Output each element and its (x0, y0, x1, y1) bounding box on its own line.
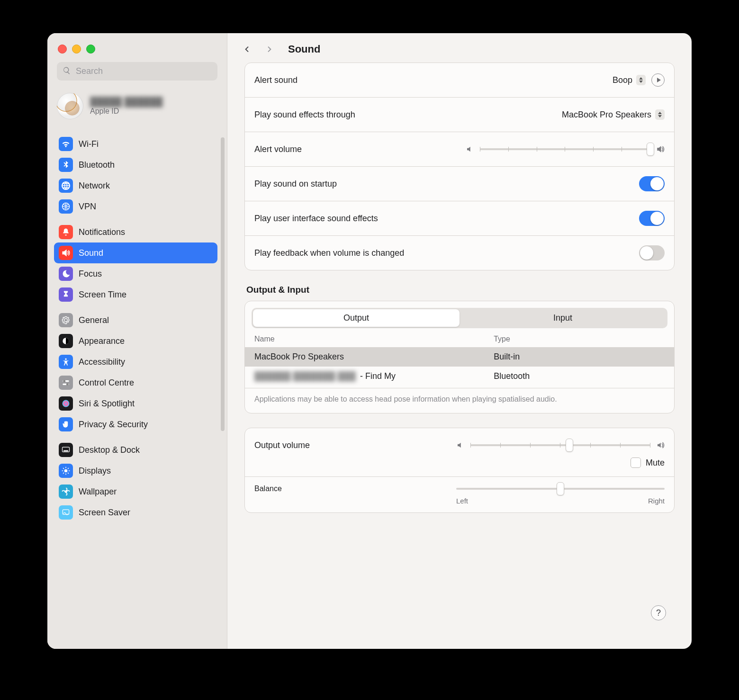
alert-volume-label: Alert volume (254, 144, 302, 154)
svg-point-11 (64, 469, 68, 473)
chevron-up-down-icon (655, 109, 665, 120)
balance-label: Balance (254, 485, 282, 493)
col-type-header: Type (494, 335, 665, 343)
svg-point-6 (63, 380, 65, 382)
sidebar-item-screensaver[interactable]: Screen Saver (54, 502, 217, 523)
sidebar-item-notifications[interactable]: Notifications (54, 222, 217, 242)
output-input-title: Output & Input (246, 285, 673, 295)
effects-through-popup[interactable]: MacBook Pro Speakers (562, 109, 665, 120)
sidebar-item-focus[interactable]: Focus (54, 263, 217, 284)
sidebar-item-label: Desktop & Dock (79, 445, 140, 455)
volume-low-icon (466, 145, 474, 153)
speaker-icon (59, 246, 73, 260)
sidebar-item-label: Network (79, 181, 110, 191)
device-row[interactable]: MacBook Pro SpeakersBuilt-in (245, 347, 674, 367)
sidebar-item-label: Bluetooth (79, 160, 115, 170)
svg-point-8 (63, 400, 70, 407)
search-icon (63, 66, 75, 77)
back-button[interactable] (241, 43, 254, 56)
balance-slider[interactable] (456, 488, 665, 490)
volume-high-icon (656, 145, 665, 153)
avatar (57, 93, 83, 119)
sidebar-item-screentime[interactable]: Screen Time (54, 284, 217, 305)
svg-point-3 (65, 359, 66, 360)
sidebar-item-label: Screen Saver (79, 508, 130, 518)
alert-sound-popup[interactable]: Boop (613, 75, 646, 85)
tab-output[interactable]: Output (253, 309, 460, 327)
output-input-segmented[interactable]: OutputInput (252, 308, 667, 328)
settings-window: █████ ██████ Apple ID Wi-FiBluetoothNetw… (47, 33, 692, 649)
sidebar-item-label: Accessibility (79, 357, 125, 367)
bluetooth-icon (59, 158, 73, 172)
sidebar-item-bluetooth[interactable]: Bluetooth (54, 154, 217, 175)
sidebar-item-displays[interactable]: Displays (54, 460, 217, 481)
sidebar-item-network[interactable]: Network (54, 175, 217, 196)
sidebar-item-label: Privacy & Security (79, 420, 148, 430)
sidebar-item-label: General (79, 315, 109, 325)
siri-icon (59, 396, 73, 411)
sidebar-item-wifi[interactable]: Wi-Fi (54, 134, 217, 154)
hand-icon (59, 417, 73, 431)
sidebar: █████ ██████ Apple ID Wi-FiBluetoothNetw… (47, 33, 227, 649)
device-type: Built-in (494, 352, 665, 362)
toggles-icon (59, 376, 73, 390)
minimize-button[interactable] (72, 45, 81, 54)
access-icon (59, 355, 73, 369)
sidebar-item-controlcentre[interactable]: Control Centre (54, 372, 217, 393)
window-controls (58, 45, 220, 54)
apple-id-row[interactable]: █████ ██████ Apple ID (57, 93, 217, 119)
volume-low-icon (456, 441, 465, 449)
balance-left-label: Left (456, 497, 468, 505)
sidebar-item-label: Control Centre (79, 378, 134, 388)
profile-name: █████ ██████ (90, 97, 162, 107)
device-table-header: Name Type (245, 328, 674, 347)
forward-button[interactable] (262, 43, 276, 56)
effects-through-value: MacBook Pro Speakers (562, 110, 651, 120)
toolbar: Sound (227, 33, 692, 63)
chevron-up-down-icon (636, 75, 646, 85)
sidebar-item-wallpaper[interactable]: Wallpaper (54, 481, 217, 502)
sidebar-item-desktop[interactable]: Desktop & Dock (54, 440, 217, 460)
sidebar-item-label: Focus (79, 269, 102, 279)
startup-sound-toggle[interactable] (639, 176, 665, 191)
close-button[interactable] (58, 45, 67, 54)
alert-sound-label: Alert sound (254, 75, 297, 85)
mute-checkbox[interactable] (631, 458, 641, 468)
output-volume-label: Output volume (254, 440, 310, 450)
sidebar-item-label: Screen Time (79, 290, 126, 300)
sidebar-scrollbar[interactable] (221, 137, 225, 431)
sidebar-item-sound[interactable]: Sound (54, 242, 217, 263)
device-table: MacBook Pro SpeakersBuilt-in██████ █████… (245, 347, 674, 386)
sidebar-item-accessibility[interactable]: Accessibility (54, 351, 217, 372)
screensaver-icon (59, 505, 73, 520)
appearance-icon (59, 334, 73, 348)
sidebar-item-vpn[interactable]: VPN (54, 196, 217, 217)
ui-effects-label: Play user interface sound effects (254, 214, 378, 224)
volume-feedback-toggle[interactable] (639, 245, 665, 260)
sidebar-item-appearance[interactable]: Appearance (54, 331, 217, 351)
sound-effects-card: Alert sound Boop Play sound effects thro… (244, 63, 675, 270)
help-button[interactable]: ? (651, 605, 666, 620)
sidebar-item-general[interactable]: General (54, 310, 217, 331)
effects-through-row: Play sound effects through MacBook Pro S… (245, 98, 674, 132)
device-row[interactable]: ██████ ███████ ███ - Find MyBluetooth (245, 367, 674, 386)
search-input[interactable] (75, 66, 212, 77)
wifi-icon (59, 137, 73, 151)
alert-volume-slider[interactable] (480, 148, 650, 150)
page-title: Sound (288, 43, 320, 55)
startup-sound-label: Play sound on startup (254, 179, 337, 189)
sidebar-item-privacy[interactable]: Privacy & Security (54, 414, 217, 435)
ui-effects-toggle[interactable] (639, 211, 665, 226)
sidebar-item-label: Siri & Spotlight (79, 399, 135, 409)
sidebar-item-label: Displays (79, 466, 111, 476)
tab-input[interactable]: Input (460, 309, 666, 327)
output-volume-slider[interactable] (470, 444, 650, 446)
alert-volume-row: Alert volume (245, 132, 674, 167)
main-panel: Sound Alert sound Boop (227, 33, 692, 649)
sidebar-item-siri[interactable]: Siri & Spotlight (54, 393, 217, 414)
hourglass-icon (59, 287, 73, 302)
play-alert-button[interactable] (651, 73, 665, 87)
search-field[interactable] (57, 62, 217, 81)
zoom-button[interactable] (86, 45, 95, 54)
sidebar-item-label: Wi-Fi (79, 139, 99, 149)
